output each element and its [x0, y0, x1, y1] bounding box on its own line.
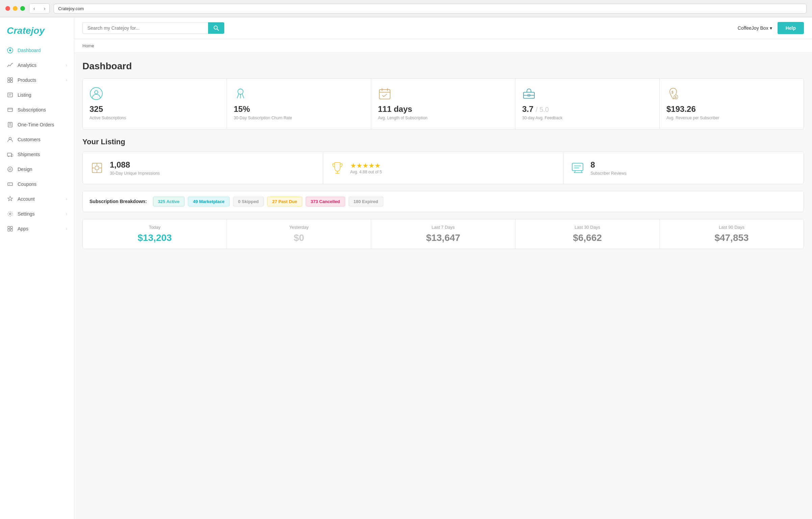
revenue-table-header: Today $13,203 Yesterday $0 Last 7 Days $…: [83, 219, 804, 249]
sidebar-item-subscriptions[interactable]: Subscriptions: [0, 102, 74, 117]
rev-col-label: Today: [90, 225, 220, 230]
svg-point-20: [9, 169, 11, 170]
chevron-right-icon: ›: [66, 63, 67, 68]
sidebar-item-customers[interactable]: Customers: [0, 132, 74, 147]
settings-icon: [7, 211, 14, 217]
sidebar-nav: Dashboard Analytics ›: [0, 43, 74, 519]
help-button[interactable]: Help: [778, 22, 804, 34]
sidebar-item-listing[interactable]: Listing: [0, 88, 74, 102]
svg-rect-3: [8, 78, 10, 80]
sidebar-item-design[interactable]: Design: [0, 162, 74, 177]
page-content: Home Dashboard 325 Act: [74, 39, 812, 519]
sidebar-item-analytics[interactable]: Analytics ›: [0, 58, 74, 73]
sidebar-item-dashboard[interactable]: Dashboard: [0, 43, 74, 58]
badge-expired[interactable]: 180 Expired: [349, 197, 383, 206]
person-circle-icon: [90, 87, 220, 100]
listing-card-reviews: 8 Subscriber Reviews: [563, 152, 804, 184]
impressions-icon: [90, 160, 104, 175]
fullscreen-button[interactable]: [20, 6, 25, 11]
browser-nav: ‹ ›: [29, 3, 50, 14]
stat-label: Active Subscriptions: [90, 115, 220, 121]
minimize-button[interactable]: [13, 6, 18, 11]
badge-marketplace[interactable]: 49 Marketplace: [188, 197, 229, 206]
orders-icon: [7, 121, 14, 128]
revenue-col-30days: Last 30 Days $6,662: [515, 219, 660, 249]
stat-card-revenue: $ $ $193.26 Avg. Revenue per Subscriber: [660, 79, 804, 129]
breakdown-label: Subscription Breakdown:: [90, 199, 147, 204]
traffic-lights: [5, 6, 25, 11]
svg-rect-51: [572, 163, 583, 171]
sidebar-item-label: Listing: [18, 92, 67, 98]
stat-card-churn: 15% 30-Day Subscription Churn Rate: [227, 79, 371, 129]
revenue-col-today: Today $13,203: [83, 219, 227, 249]
svg-point-32: [238, 89, 243, 94]
svg-rect-24: [8, 226, 10, 228]
svg-rect-33: [379, 90, 390, 99]
sidebar-item-label: Coupons: [18, 181, 67, 187]
svg-rect-7: [8, 93, 12, 97]
listing-card-value: 1,088: [110, 160, 160, 170]
close-button[interactable]: [5, 6, 10, 11]
rev-col-label: Last 7 Days: [378, 225, 508, 230]
account-selector[interactable]: CoffeeJoy Box ▾: [738, 25, 772, 31]
revenue-table: Today $13,203 Yesterday $0 Last 7 Days $…: [82, 219, 804, 249]
rev-col-value: $13,203: [90, 232, 220, 243]
badge-past-due[interactable]: 27 Past Due: [267, 197, 302, 206]
badge-cancelled[interactable]: 373 Cancelled: [306, 197, 345, 206]
stat-value: 325: [90, 104, 220, 114]
customers-icon: [7, 136, 14, 143]
sidebar-item-label: Shipments: [18, 152, 67, 157]
stat-value: $193.26: [666, 104, 797, 114]
sidebar-item-settings[interactable]: Settings ›: [0, 206, 74, 221]
revenue-col-7days: Last 7 Days $13,647: [371, 219, 515, 249]
svg-point-19: [8, 167, 12, 172]
badge-skipped[interactable]: 0 Skipped: [233, 197, 264, 206]
svg-point-31: [95, 91, 98, 94]
apps-icon: [7, 225, 14, 232]
listing-icon: [7, 92, 14, 98]
svg-rect-25: [10, 226, 12, 228]
svg-rect-4: [10, 78, 12, 80]
subscriptions-icon: [7, 106, 14, 113]
products-icon: [7, 77, 14, 83]
svg-rect-10: [8, 108, 12, 112]
stat-card-avg-length: 111 days Avg. Length of Subscription: [371, 79, 515, 129]
badge-active[interactable]: 325 Active: [153, 197, 185, 206]
breakdown-row: Subscription Breakdown: 325 Active 49 Ma…: [82, 191, 804, 212]
rev-col-value: $47,853: [666, 232, 797, 243]
back-button[interactable]: ‹: [29, 4, 39, 13]
listing-card-value: 8: [590, 160, 626, 170]
sidebar-item-label: Subscriptions: [18, 107, 67, 113]
sidebar-item-one-time-orders[interactable]: One-Time Orders: [0, 117, 74, 132]
sidebar-item-label: One-Time Orders: [18, 122, 67, 127]
sidebar-logo: Cratejoy: [0, 17, 74, 43]
listing-section-title: Your Listing: [82, 138, 804, 146]
sidebar-item-products[interactable]: Products ›: [0, 73, 74, 88]
search-input[interactable]: [82, 22, 208, 34]
sidebar-item-apps[interactable]: Apps ›: [0, 221, 74, 236]
sidebar-item-shipments[interactable]: Shipments: [0, 147, 74, 162]
url-bar[interactable]: [54, 4, 807, 14]
search-button[interactable]: [208, 22, 224, 34]
design-icon: [7, 166, 14, 173]
stat-label: Avg. Revenue per Subscriber: [666, 115, 797, 121]
star-rating: ★★★★★: [350, 162, 382, 170]
account-icon: [7, 196, 14, 202]
chevron-right-icon: ›: [66, 197, 67, 201]
stats-row: 325 Active Subscriptions 15% 30-Da: [82, 78, 804, 129]
rev-col-label: Last 90 Days: [666, 225, 797, 230]
reviews-icon: [570, 160, 585, 175]
stat-value: 15%: [234, 104, 364, 114]
analytics-icon: [7, 62, 14, 69]
trophy-icon: [330, 160, 345, 175]
revenue-col-90days: Last 90 Days $47,853: [660, 219, 804, 249]
svg-rect-16: [7, 153, 11, 156]
sidebar: Cratejoy Dashboard: [0, 17, 74, 519]
dashboard-icon: [7, 47, 14, 54]
stat-label: 30-Day Subscription Churn Rate: [234, 115, 364, 121]
sidebar-item-coupons[interactable]: Coupons: [0, 177, 74, 192]
sidebar-item-account[interactable]: Account ›: [0, 192, 74, 206]
svg-point-13: [9, 123, 11, 124]
forward-button[interactable]: ›: [40, 4, 50, 13]
logo-text: Cratejoy: [7, 25, 45, 36]
